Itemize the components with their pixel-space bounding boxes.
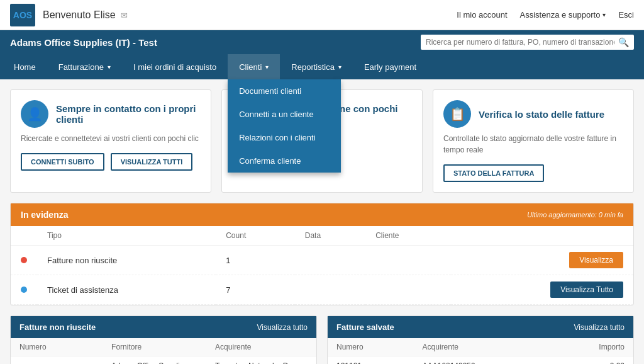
company-bar: Adams Office Supplies (IT) - Test 🔍 <box>0 30 644 54</box>
search-bar: 🔍 <box>421 35 634 50</box>
dd-connetti-cliente[interactable]: Connetti a un cliente <box>228 103 341 126</box>
bottom-row: Fatture non riuscite Visualizza tutto Nu… <box>10 316 634 364</box>
evidenza-row-1: Fatture non riuscite 1 Visualizza <box>11 246 633 275</box>
clienti-dropdown: Documenti clienti Connetti a un cliente … <box>228 79 341 173</box>
card-stato-desc: Controllate lo stato aggiornato delle vo… <box>443 133 623 156</box>
fs-col-numero: Numero <box>328 338 414 356</box>
fs-acquirente-1: AAA168149359 <box>414 356 550 365</box>
top-bar: AOS Benvenuto Elise ✉ Il mio account Ass… <box>0 0 644 30</box>
evidenza-section: In evidenza Ultimo aggiornamento: 0 min … <box>10 203 634 305</box>
evidenza-row-2: Ticket di assistenza 7 Visualizza Tutto <box>11 275 633 305</box>
search-input[interactable] <box>426 38 614 47</box>
tipo-2: Ticket di assistenza <box>37 275 216 305</box>
visualizza-tutto-button-2[interactable]: Visualizza Tutto <box>550 282 623 298</box>
evidenza-header: In evidenza Ultimo aggiornamento: 0 min … <box>11 203 633 226</box>
fatture-salvate-card: Fatture salvate Visualizza tutto Numero … <box>327 316 634 364</box>
col-data: Data <box>295 226 365 246</box>
nav-ordini[interactable]: I miei ordini di acquisto <box>122 54 228 79</box>
top-nav-links: Il mio account Assistenza e supporto Esc… <box>457 10 634 20</box>
cliente-2 <box>365 275 451 305</box>
fatture-salvate-header: Fatture salvate Visualizza tutto <box>328 316 633 338</box>
evidenza-update: Ultimo aggiornamento: 0 min fa <box>527 211 623 219</box>
visualizza-button-1[interactable]: Visualizza <box>569 252 623 268</box>
data-2 <box>295 275 365 305</box>
fnr-table: Numero Fornitore Acquirente ShuchitestPa… <box>11 338 316 364</box>
evidenza-table: Tipo Count Data Cliente Fatture non rius… <box>11 226 633 305</box>
nav-early-payment[interactable]: Early payment <box>353 54 428 79</box>
company-name: Adams Office Supplies (IT) - Test <box>10 37 421 48</box>
stato-fattura-button[interactable]: STATO DELLA FATTURA <box>443 164 544 182</box>
card-clienti-icon: 👤 <box>21 100 48 128</box>
dd-relazioni-clienti[interactable]: Relazioni con i clienti <box>228 126 341 149</box>
support-link[interactable]: Assistenza e supporto <box>520 10 606 20</box>
fnr-fornitore-1: Adams Office Supplies (IT) - Test <box>103 356 206 365</box>
card-stato: 📋 Verifica lo stato delle fatture Contro… <box>433 89 634 193</box>
col-action <box>451 226 633 246</box>
fnr-acquirente-1: Tungsten Network - Demo Account <box>206 356 316 365</box>
fs-row-1: 121121 AAA168149359 0.00 <box>328 356 633 365</box>
dd-documenti-clienti[interactable]: Documenti clienti <box>228 79 341 103</box>
reportistica-caret: ▾ <box>338 64 341 71</box>
fatturazione-caret: ▾ <box>108 64 111 71</box>
search-icon[interactable]: 🔍 <box>618 37 629 47</box>
fs-visualizza-link[interactable]: Visualizza tutto <box>574 323 625 332</box>
col-dot <box>11 226 37 246</box>
fnr-col-numero: Numero <box>11 338 103 356</box>
nav-clienti[interactable]: Clienti ▾ Documenti clienti Connetti a u… <box>228 54 280 79</box>
clienti-caret: ▾ <box>265 64 269 71</box>
fs-importo-1: 0.00 <box>550 356 633 365</box>
logo: AOS <box>10 4 35 26</box>
card-stato-icon: 📋 <box>443 100 471 128</box>
fs-col-acquirente: Acquirente <box>414 338 550 356</box>
logout-link[interactable]: Esci <box>618 10 634 20</box>
welcome-text: Benvenuto Elise ✉ <box>43 9 457 21</box>
main-nav: Home Fatturazione ▾ I miei ordini di acq… <box>0 54 644 79</box>
evidenza-title: In evidenza <box>21 210 68 220</box>
visualizza-tutti-button[interactable]: VISUALIZZA TUTTI <box>111 153 193 171</box>
nav-fatturazione[interactable]: Fatturazione ▾ <box>47 54 122 79</box>
col-cliente: Cliente <box>365 226 451 246</box>
card-clienti-title: Sempre in contatto con i propri clienti <box>56 103 201 125</box>
fnr-col-fornitore: Fornitore <box>103 338 206 356</box>
nav-reportistica[interactable]: Reportistica ▾ <box>280 54 353 79</box>
data-1 <box>295 246 365 275</box>
card-clienti: 👤 Sempre in contatto con i propri client… <box>10 89 211 193</box>
fnr-numero-1: ShuchitestPayment1 <box>11 356 103 365</box>
fs-col-importo: Importo <box>550 338 633 356</box>
connetti-subito-button[interactable]: CONNETTI SUBITO <box>21 153 104 171</box>
fatture-non-riuscite-header: Fatture non riuscite Visualizza tutto <box>11 316 316 338</box>
tipo-1: Fatture non riuscite <box>37 246 216 275</box>
dd-conferma-cliente[interactable]: Conferma cliente <box>228 149 341 173</box>
my-account-link[interactable]: Il mio account <box>457 10 507 20</box>
fatture-non-riuscite-card: Fatture non riuscite Visualizza tutto Nu… <box>10 316 317 364</box>
fs-table: Numero Acquirente Importo 121121 AAA1681… <box>328 338 633 364</box>
mail-icon: ✉ <box>121 11 128 20</box>
fnr-visualizza-link[interactable]: Visualizza tutto <box>257 323 308 332</box>
dot-blue <box>21 287 27 293</box>
fnr-row-1: ShuchitestPayment1 Adams Office Supplies… <box>11 356 316 365</box>
col-count: Count <box>216 226 295 246</box>
card-stato-title: Verifica lo stato delle fatture <box>479 109 604 120</box>
col-tipo: Tipo <box>37 226 216 246</box>
dot-red <box>21 257 27 263</box>
cliente-1 <box>365 246 451 275</box>
fs-title: Fatture salvate <box>336 322 394 332</box>
fnr-col-acquirente: Acquirente <box>206 338 316 356</box>
fs-numero-1: 121121 <box>328 356 414 365</box>
fnr-title: Fatture non riuscite <box>19 322 96 332</box>
count-1: 1 <box>216 246 295 275</box>
card-clienti-desc: Ricercate e connettetevi ai vostri clien… <box>21 133 201 144</box>
nav-home[interactable]: Home <box>3 54 47 79</box>
count-2: 7 <box>216 275 295 305</box>
welcome-label: Benvenuto Elise <box>43 9 116 20</box>
